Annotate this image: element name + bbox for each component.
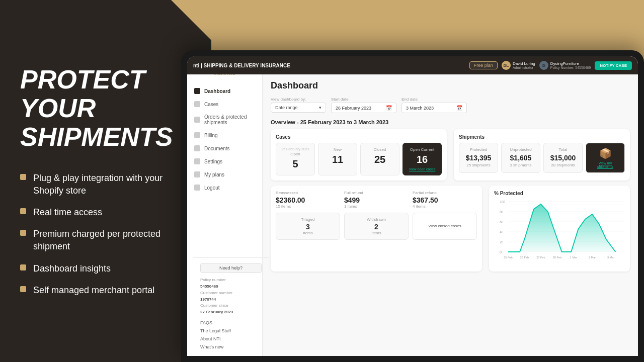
sidebar-item-label: Dashboard (204, 88, 230, 94)
case-card-label: Closed (365, 147, 395, 152)
main-content: Dashboard View dashboard by: Date range … (263, 56, 638, 356)
withdrawn-unit: Items (349, 231, 404, 235)
policy-value: 54550469 (200, 284, 262, 290)
reassessed-label: Reassessed (276, 191, 340, 195)
ship-card-protected: Protected $13,395 25 shipments (459, 143, 498, 173)
sidebar-links: FAQSThe Legal StuffAbout NTIWhat's new (200, 319, 262, 351)
right-panel: nti | SHIPPING & DELIVERY INSURANCE Free… (211, 0, 644, 362)
ship-card-count: 3 shipments (506, 163, 536, 167)
sidebar-link-what's-new[interactable]: What's new (200, 343, 262, 351)
svg-text:28 Feb: 28 Feb (553, 256, 561, 259)
sidebar-item-label: My plans (204, 172, 224, 177)
sidebar-item-documents[interactable]: Documents (187, 142, 262, 155)
svg-text:80: 80 (500, 210, 503, 214)
calendar-icon: 📅 (386, 105, 392, 111)
case-card-link[interactable]: View open cases (407, 167, 437, 171)
svg-text:0: 0 (500, 250, 502, 254)
case-card-date: 25 February 2023 (280, 147, 310, 151)
cases-icon (194, 101, 200, 107)
chart-box: % Protected 100 80 60 40 20 0 (489, 186, 630, 272)
reassessed-item: Reassessed $2360.00 15 items (276, 191, 340, 209)
ship-card-link[interactable]: View my shipments (590, 161, 620, 168)
ship-card-label: Protected (463, 147, 494, 152)
svg-text:20: 20 (500, 240, 503, 244)
feature-bullet (20, 264, 26, 270)
case-card-label: Open (280, 152, 310, 156)
filter-select[interactable]: Date range ▾ (271, 103, 326, 113)
shipments-panel-title: Shipments (459, 134, 625, 140)
protected-chart: 100 80 60 40 20 0 (494, 199, 625, 264)
sidebar-item-settings[interactable]: Settings (187, 155, 262, 168)
ship-card-label: Total (548, 147, 578, 152)
sidebar: ntiSHIPPING &DELIVERYINSURANCE Dashboard… (187, 56, 263, 356)
feature-bullet (20, 208, 26, 214)
sidebar-item-dashboard[interactable]: Dashboard (187, 84, 262, 98)
refund-row-2: Triaged 3 Items Withdrawn 2 Items View c… (276, 213, 477, 240)
feature-bullet (20, 286, 26, 292)
case-card-number: 16 (407, 154, 437, 165)
full-refund-item: Full refund $499 1 items (344, 191, 409, 209)
sidebar-link-faqs[interactable]: FAQS (200, 319, 262, 327)
full-refund-amount: $499 (344, 196, 409, 204)
ship-card-amount: $1,605 (506, 154, 536, 162)
top-bar: nti | SHIPPING & DELIVERY INSURANCE Free… (187, 56, 638, 74)
view-closed-link[interactable]: View closed cases (428, 223, 461, 229)
sidebar-footer-info: Policy number 54550469 Customer number 1… (200, 277, 262, 316)
billing-icon (194, 132, 200, 138)
sidebar-item-label: Orders & protected shipments (204, 114, 255, 125)
user1-info[interactable]: DL David Luring Administrator (502, 61, 535, 70)
withdrawn-label: Withdrawn (349, 217, 404, 222)
sidebar-item-cases[interactable]: Cases (187, 98, 262, 111)
ship-card-count: 28 shipments (548, 163, 578, 167)
svg-text:25 Feb: 25 Feb (504, 256, 512, 259)
svg-text:100: 100 (500, 200, 505, 204)
filter-wrapper: View dashboard by: Date range ▾ (271, 97, 326, 113)
sidebar-item-label: Logout (204, 185, 220, 191)
customer-label: Customer number (200, 290, 262, 297)
svg-text:2 Mar: 2 Mar (589, 256, 596, 259)
view-closed-button[interactable]: View closed cases (413, 213, 477, 240)
feature-text: Real time access (33, 206, 102, 219)
orders-icon (194, 117, 200, 123)
reassessed-amount: $2360.00 (276, 196, 340, 204)
help-button[interactable]: Need help? (200, 263, 262, 273)
plans-icon (194, 171, 200, 177)
left-panel: PROTECT YOUR SHIPMENTS Plug & play integ… (0, 0, 211, 362)
hero-title: PROTECT YOUR SHIPMENTS (20, 65, 191, 152)
user2-name: DyuingFurniture (550, 61, 591, 66)
partial-refund-amount: $367.50 (413, 196, 477, 204)
partial-refund-label: Partial refund (413, 191, 477, 195)
sidebar-item-label: Cases (204, 102, 218, 107)
overview-panels: Cases 25 February 2023 Open 5 New 11 Clo… (271, 129, 630, 180)
svg-text:60: 60 (500, 220, 503, 224)
withdrawn-value: 2 (349, 223, 404, 231)
sidebar-item-billing[interactable]: Billing (187, 129, 262, 142)
start-date-picker[interactable]: 26 February 2023 📅 (331, 103, 396, 113)
sidebar-item-label: Documents (204, 146, 230, 151)
feature-premium: Premium charged per protected shipment (20, 228, 191, 253)
filters-row: View dashboard by: Date range ▾ Start da… (271, 97, 630, 113)
feature-integration: Plug & play integration with your Shopif… (20, 172, 191, 197)
ship-card-icon: 📦 (590, 147, 620, 159)
sidebar-item-logout[interactable]: Logout (187, 181, 262, 194)
sidebar-item-orders-&-protected-shipments[interactable]: Orders & protected shipments (187, 111, 262, 129)
user2-info[interactable]: D DyuingFurniture Policy Number: 5455046… (539, 61, 591, 70)
sidebar-item-my-plans[interactable]: My plans (187, 168, 262, 181)
notify-case-button[interactable]: NOTIFY CASE (595, 61, 632, 70)
svg-text:26 Feb: 26 Feb (520, 256, 529, 259)
end-date-picker[interactable]: 3 March 2023 📅 (401, 103, 467, 113)
sidebar-link-the-legal-stuff[interactable]: The Legal Stuff (200, 327, 262, 335)
customer-value: 1970744 (200, 297, 262, 303)
policy-label: Policy number (200, 277, 262, 284)
feature-bullet (20, 230, 26, 236)
svg-text:27 Feb: 27 Feb (536, 256, 545, 259)
user1-role: Administrator (513, 66, 535, 69)
top-bar-right: Free plan DL David Luring Administrator … (469, 61, 632, 70)
sidebar-link-about-nti[interactable]: About NTI (200, 335, 262, 343)
logout-icon (194, 185, 200, 191)
feature-realtime: Real time access (20, 206, 191, 219)
customer-since-label: Customer since (200, 303, 262, 309)
ship-card-view-my-shipments: 📦 View my shipments (586, 143, 625, 173)
free-plan-badge[interactable]: Free plan (469, 61, 498, 69)
triaged-item: Triaged 3 Items (276, 213, 340, 240)
